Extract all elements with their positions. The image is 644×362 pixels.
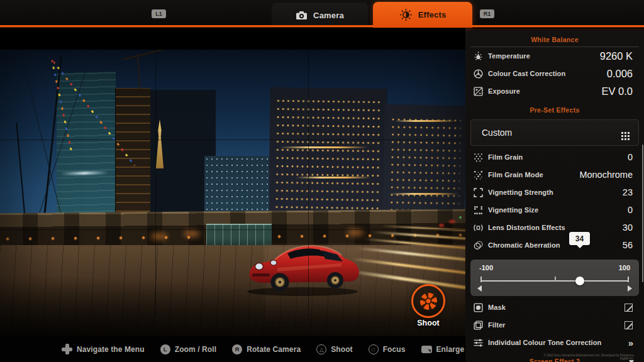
- slider-decrease-arrow[interactable]: [477, 285, 482, 292]
- copyright-text: © 2022 Sony Interactive Entertainment In…: [540, 354, 634, 360]
- row-chromatic-aberration[interactable]: Chromatic Aberration 56: [465, 236, 644, 254]
- scapes-photo-viewport[interactable]: Shoot: [0, 28, 465, 336]
- row-filter[interactable]: Filter: [465, 316, 644, 334]
- control-hints-bar: Navigate the Menu L Zoom / Roll R Rotate…: [0, 336, 465, 362]
- slider-min-label: -100: [479, 264, 493, 272]
- camera-icon: [296, 11, 308, 20]
- row-label: Vignetting Size: [488, 206, 628, 214]
- row-individual-colour-tone-correction[interactable]: Individual Colour Tone Correction »: [465, 334, 644, 351]
- chevron-double-icon: »: [628, 337, 633, 348]
- preset-selector-label: Custom: [482, 128, 621, 138]
- gt7-scapes-screen: L1 Car Camera: [0, 0, 644, 362]
- square-button-icon: □: [369, 344, 379, 354]
- r-stick-icon: R: [232, 344, 242, 354]
- triangle-button-icon: △: [316, 344, 326, 354]
- row-mask[interactable]: Mask: [465, 299, 644, 316]
- none-icon: [625, 321, 633, 329]
- filter-icon: [473, 320, 484, 331]
- hint-shoot: △ Shoot: [316, 344, 353, 354]
- row-value: 0.006: [607, 68, 633, 80]
- row-label: Mask: [488, 304, 625, 311]
- shoot-button[interactable]: [411, 284, 445, 318]
- row-label: Individual Colour Tone Correction: [488, 339, 628, 346]
- row-label: Vignetting Strength: [488, 189, 623, 196]
- row-label: Exposure: [488, 87, 601, 95]
- row-label: Filter: [488, 321, 625, 329]
- l1-shoulder-badge[interactable]: L1: [152, 9, 166, 18]
- parameter-slider[interactable]: -100 100: [470, 260, 639, 296]
- vignetting-strength-icon: [473, 187, 484, 198]
- row-temperature[interactable]: Temperature 9260 K: [465, 47, 644, 65]
- row-label: Temperature: [488, 52, 600, 60]
- row-exposure[interactable]: Exposure EV 0.0: [465, 82, 644, 100]
- none-icon: [625, 304, 633, 312]
- row-value: 56: [623, 240, 633, 250]
- slider-value-tooltip: 34: [569, 232, 590, 245]
- shoot-button-label: Shoot: [408, 319, 449, 327]
- effects-icon: [399, 8, 413, 21]
- temperature-icon: [473, 51, 484, 62]
- slider-handle[interactable]: [575, 277, 584, 285]
- section-header-white-balance: White Balance: [465, 36, 644, 45]
- hint-rotate-camera: R Rotate Camera: [232, 344, 301, 354]
- row-film-grain-mode[interactable]: Film Grain Mode Monochrome: [465, 166, 644, 184]
- tab-camera[interactable]: Camera: [272, 3, 368, 28]
- tab-effects-label: Effects: [418, 10, 447, 19]
- hint-enlarge: Enlarge: [421, 345, 465, 354]
- slider-increase-arrow[interactable]: [628, 285, 632, 292]
- slider-max-label: 100: [619, 264, 630, 272]
- row-vignetting-size[interactable]: Vignetting Size 0: [465, 201, 644, 219]
- section-header-preset-effects: Pre-Set Effects: [465, 106, 644, 115]
- row-value: 9260 K: [600, 50, 633, 62]
- effects-settings-panel: White Balance Temperature 9260 K Colour …: [465, 28, 644, 362]
- preset-selector-button[interactable]: Custom: [470, 119, 639, 146]
- grid-line-vertical-1: [155, 50, 156, 316]
- grid-line-vertical-2: [308, 50, 309, 316]
- hint-zoom-roll: L Zoom / Roll: [160, 344, 216, 354]
- tone-correction-icon: [473, 337, 484, 348]
- panel-scrollbar[interactable]: [642, 145, 644, 282]
- r1-shoulder-badge[interactable]: R1: [480, 9, 494, 18]
- hint-navigate-menu: Navigate the Menu: [62, 344, 145, 354]
- row-value: 0: [628, 205, 633, 215]
- hint-focus: □ Focus: [369, 344, 406, 354]
- row-value: 30: [623, 222, 633, 233]
- row-label: Film Grain Mode: [488, 171, 579, 178]
- row-value: 23: [623, 187, 633, 197]
- touchpad-icon: [421, 346, 432, 353]
- slider-track[interactable]: [480, 277, 629, 284]
- colour-cast-icon: [473, 69, 484, 79]
- dpad-icon: [62, 344, 72, 354]
- row-value: Monochrome: [579, 170, 633, 180]
- grid-line-horizontal-1: [0, 140, 465, 140]
- lens-distortion-icon: [473, 222, 484, 233]
- row-label: Lens Distortion Effects: [488, 224, 623, 231]
- row-value: EV 0.0: [601, 85, 633, 97]
- film-grain-mode-icon: [473, 170, 484, 180]
- row-label: Film Grain: [488, 153, 628, 161]
- exposure-icon: [473, 86, 484, 97]
- row-label: Chromatic Aberration: [488, 241, 623, 249]
- aperture-icon: [420, 293, 437, 310]
- row-value: 0: [628, 152, 633, 162]
- grid-line-horizontal-2: [0, 229, 465, 230]
- chromatic-aberration-icon: [473, 240, 484, 251]
- vignetting-size-icon: [473, 205, 484, 216]
- mask-icon: [473, 302, 484, 313]
- row-lens-distortion[interactable]: Lens Distortion Effects 30: [465, 219, 644, 236]
- row-label: Colour Cast Correction: [488, 70, 607, 77]
- grid-icon: [621, 132, 623, 134]
- film-grain-icon: [473, 152, 484, 163]
- red-porsche-car: [240, 236, 367, 298]
- l-stick-icon: L: [160, 344, 170, 354]
- row-colour-cast[interactable]: Colour Cast Correction 0.006: [465, 65, 644, 82]
- tab-effects[interactable]: Effects: [373, 2, 472, 28]
- row-vignetting-strength[interactable]: Vignetting Strength 23: [465, 184, 644, 201]
- letterbox-top: [0, 28, 465, 50]
- top-tab-bar: L1 Car Camera: [0, 0, 644, 28]
- row-film-grain[interactable]: Film Grain 0: [465, 148, 644, 166]
- tab-camera-label: Camera: [313, 11, 344, 20]
